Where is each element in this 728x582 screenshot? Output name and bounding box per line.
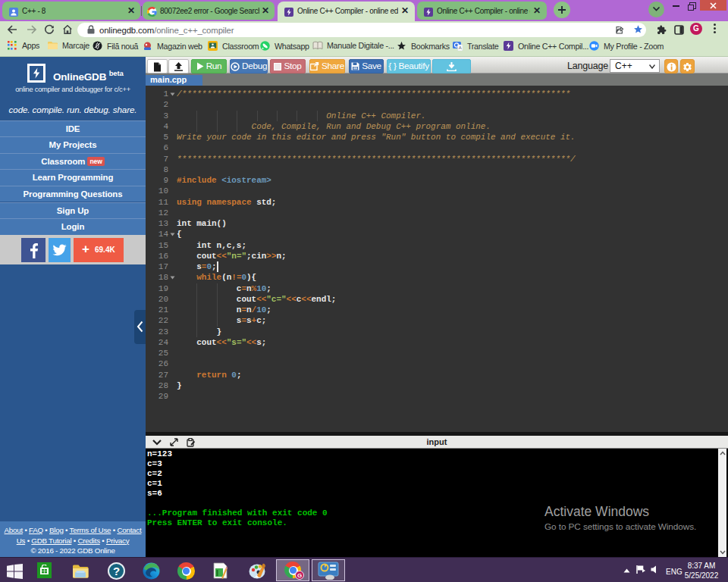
svg-text:A: A bbox=[459, 45, 462, 50]
